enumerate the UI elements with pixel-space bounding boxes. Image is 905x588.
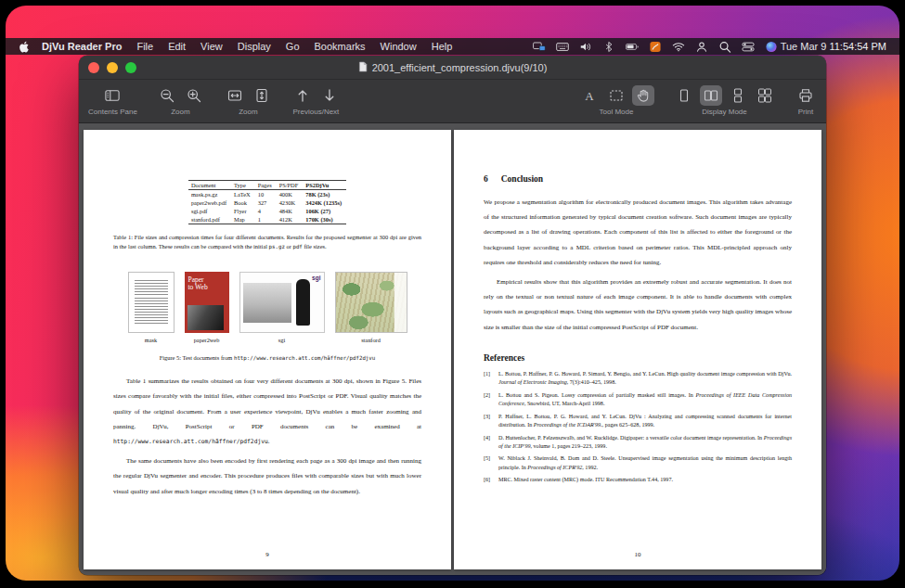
results-table-head: DocumentTypePagesPS/PDFPS2DjVu xyxy=(188,181,346,190)
table-cell: 327 xyxy=(255,198,277,207)
figure-item-mask: mask xyxy=(128,272,175,343)
fit-page-icon[interactable] xyxy=(251,85,273,106)
table-row: sgi.pdfFlyer4484K106K (27) xyxy=(188,207,346,215)
paper2web-cover-photo xyxy=(187,305,224,330)
body-paragraph: Empirical results show that this algorit… xyxy=(484,275,792,335)
keyboard-icon[interactable] xyxy=(556,41,569,53)
reference-item: [1]L. Bottou, P. Haffner, P. G. Howard, … xyxy=(484,370,792,387)
results-table-body: mask.ps.gzLaTeX10400K78K (23s)paper2web.… xyxy=(188,190,346,224)
table-cell: Book xyxy=(231,198,255,207)
reference-text: W. Niblack J. Sheinvald, B. Dom and D. S… xyxy=(498,454,792,471)
sgi-bottle-image xyxy=(296,279,310,326)
apple-menu[interactable] xyxy=(19,41,31,53)
toolbar-group-label: Previous/Next xyxy=(293,108,340,116)
contents-pane-icon[interactable] xyxy=(101,85,123,106)
table-cell: 78K (23s) xyxy=(303,190,346,199)
screen-mirroring-icon[interactable] xyxy=(533,41,546,53)
figure-item-sgi: sgi sgi xyxy=(239,272,325,343)
table-header-cell: Type xyxy=(231,181,255,190)
fullscreen-button[interactable] xyxy=(125,62,136,73)
body-paragraph: Table 1 summarizes the results obtained … xyxy=(113,374,421,449)
single-page-icon[interactable] xyxy=(673,85,695,106)
toolbar-group-label: Contents Pane xyxy=(88,108,137,116)
menu-item-go[interactable]: Go xyxy=(286,41,300,52)
reference-text: L. Bottou and S. Pigeon. Lossy compressi… xyxy=(498,391,792,408)
marquee-select-icon[interactable] xyxy=(605,85,627,106)
minimize-button[interactable] xyxy=(107,62,118,73)
menu-item-file[interactable]: File xyxy=(136,41,153,52)
search-icon[interactable] xyxy=(718,41,731,53)
bluetooth-icon[interactable] xyxy=(602,41,615,53)
reference-text: P. Haffner, L. Bottou, P. G. Howard, and… xyxy=(498,413,792,429)
zoom-out-icon[interactable] xyxy=(156,85,178,106)
battery-icon[interactable] xyxy=(626,41,639,53)
menu-item-help[interactable]: Help xyxy=(432,41,453,52)
table-cell: 412K xyxy=(277,215,304,224)
reference-text: D. Huttenlocher, P. Felzenszwalb, and W.… xyxy=(498,434,792,451)
reference-text: L. Bottou, P. Haffner, P. G. Howard, P. … xyxy=(498,370,792,387)
wifi-icon[interactable] xyxy=(672,41,685,53)
hand-tool-icon[interactable] xyxy=(632,85,654,106)
control-center-icon[interactable] xyxy=(742,41,755,53)
menu-item-window[interactable]: Window xyxy=(381,41,417,52)
document-page-left[interactable]: DocumentTypePagesPS/PDFPS2DjVu mask.ps.g… xyxy=(84,130,451,569)
app-window: 2001_efficient_compression.djvu(9/10) Co… xyxy=(79,56,826,575)
menubar-status-icons xyxy=(533,41,778,53)
paper2web-cover-title: Paper to Web xyxy=(185,272,211,291)
table-cell: Map xyxy=(231,215,255,224)
menu-item-view[interactable]: View xyxy=(200,41,223,52)
window-title-text: 2001_efficient_compression.djvu(9/10) xyxy=(372,62,548,73)
toolbar-group-label: Zoom xyxy=(239,108,257,116)
figure-item-paper2web: Paper to Web paper2web xyxy=(185,272,229,343)
zoom-in-icon[interactable] xyxy=(183,85,205,106)
table-cell: 4 xyxy=(255,207,277,215)
input-source-flag-icon[interactable] xyxy=(649,41,662,53)
menubar-clock[interactable]: Tue Mar 9 11:54:54 PM xyxy=(781,41,886,52)
results-table: DocumentTypePagesPS/PDFPS2DjVu mask.ps.g… xyxy=(188,180,346,224)
reference-label: [4] xyxy=(484,434,494,451)
siri-icon[interactable] xyxy=(765,41,778,53)
table-cell: 3424K (1235s) xyxy=(303,198,346,207)
table-caption: Table 1: File sizes and compression time… xyxy=(113,233,421,251)
fit-width-icon[interactable] xyxy=(224,85,246,106)
table-header-cell: Pages xyxy=(255,181,277,190)
menu-item-bookmarks[interactable]: Bookmarks xyxy=(315,41,366,52)
thumbnail-paper2web: Paper to Web xyxy=(185,272,229,333)
desktop-wallpaper: DjVu Reader Pro FileEditViewDisplayGoBoo… xyxy=(6,6,899,581)
table-cell: 484K xyxy=(277,207,304,215)
document-page-right[interactable]: 6Conclusion We propose a segmentation al… xyxy=(454,130,821,569)
body-paragraph: We propose a segmentation algorithm for … xyxy=(484,195,792,270)
thumbnail-label: stanford xyxy=(361,337,381,343)
facing-pages-icon[interactable] xyxy=(700,85,722,106)
sgi-photo xyxy=(243,283,291,323)
window-title: 2001_efficient_compression.djvu(9/10) xyxy=(358,61,548,74)
table-cell: 10 xyxy=(255,190,277,199)
continuous-scroll-icon[interactable] xyxy=(727,85,749,106)
table-row: stanford.pdfMap1412K170K (30s) xyxy=(188,215,346,224)
print-icon[interactable] xyxy=(795,85,817,106)
text-select-icon[interactable]: A xyxy=(578,85,601,106)
table-header-cell: Document xyxy=(188,181,231,190)
thumbnail-label: mask xyxy=(145,337,157,343)
menu-item-display[interactable]: Display xyxy=(238,41,271,52)
table-cell: paper2web.pdf xyxy=(188,198,231,207)
table-row: mask.ps.gzLaTeX10400K78K (23s) xyxy=(188,190,346,199)
user-icon[interactable] xyxy=(695,41,708,53)
reference-item: [2]L. Bottou and S. Pigeon. Lossy compre… xyxy=(484,391,792,408)
window-titlebar: 2001_efficient_compression.djvu(9/10) xyxy=(79,56,826,80)
menubar-app-name[interactable]: DjVu Reader Pro xyxy=(42,41,122,52)
facing-continuous-icon[interactable] xyxy=(754,85,776,106)
toolbar-group: Display Mode xyxy=(673,83,776,116)
previous-page-icon[interactable] xyxy=(291,85,314,106)
menu-item-edit[interactable]: Edit xyxy=(168,41,186,52)
volume-icon[interactable] xyxy=(579,41,592,53)
page-number: 9 xyxy=(84,551,451,558)
next-page-icon[interactable] xyxy=(318,85,341,106)
reference-label: [1] xyxy=(484,370,494,387)
close-button[interactable] xyxy=(88,62,99,73)
document-viewport[interactable]: DocumentTypePagesPS/PDFPS2DjVu mask.ps.g… xyxy=(79,124,826,575)
toolbar-group-label: Tool Mode xyxy=(600,108,634,116)
table-cell: mask.ps.gz xyxy=(188,190,231,199)
table-header-cell: PS2DjVu xyxy=(303,181,346,190)
table-header-cell: PS/PDF xyxy=(277,181,304,190)
